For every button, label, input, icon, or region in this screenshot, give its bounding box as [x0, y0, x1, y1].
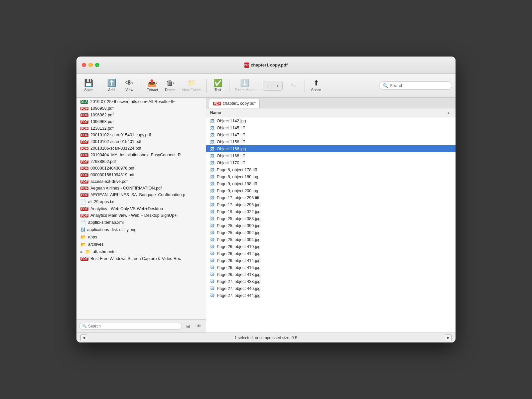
- left-file-item[interactable]: 📂apps: [76, 233, 206, 241]
- file-name: Best Free Windows Screen Capture & Video…: [90, 256, 181, 261]
- status-left-button[interactable]: ◀: [80, 334, 87, 341]
- direct-mode-button[interactable]: ⬇️ Direct Mode: [232, 76, 257, 95]
- left-file-item[interactable]: PDF1096958.pdf: [76, 105, 206, 112]
- left-file-item[interactable]: PDF0000001581094319.pdf: [76, 172, 206, 178]
- left-file-item[interactable]: 📂archives: [76, 241, 206, 248]
- file-name: alt-29-apps.txt: [88, 200, 114, 204]
- nav-forward-button[interactable]: ›: [273, 81, 282, 90]
- delete-button[interactable]: 🗑 ▾ Delete: [162, 76, 179, 95]
- file-name: apps: [88, 235, 97, 239]
- right-file-item[interactable]: 🖼Page 26, object 410.jpg: [206, 243, 456, 250]
- view-toggle-button[interactable]: ⊞: [184, 322, 193, 331]
- right-file-item[interactable]: 🖼Page 9, object 200.jpg: [206, 187, 456, 194]
- right-file-item[interactable]: 🖼Page 26, object 412.jpg: [206, 250, 456, 257]
- left-file-item[interactable]: PDF1096963.pdf: [76, 118, 206, 125]
- tab-chapter1[interactable]: PDF chapter1 copy.pdf: [209, 99, 260, 108]
- right-file-icon: 🖼: [210, 160, 214, 165]
- left-file-item[interactable]: 🖼applications-disk-utility.png: [76, 226, 206, 233]
- right-file-item[interactable]: 🖼Object 1142.jpg: [206, 117, 456, 124]
- test-button[interactable]: ✅ Test: [209, 76, 226, 95]
- nav-back-button[interactable]: ‹: [263, 81, 273, 90]
- right-file-item[interactable]: 🖼Page 8, object 180.jpg: [206, 173, 456, 180]
- right-file-item[interactable]: 🖼Page 17, object 295.jpg: [206, 201, 456, 208]
- right-file-icon: 🖼: [210, 244, 214, 249]
- left-file-item[interactable]: PDFAEGEAN_AIRLINES_SA_Baggage_Confirmati…: [76, 192, 206, 198]
- right-file-item[interactable]: 🖼Page 27, object 444.jpg: [206, 292, 456, 299]
- left-file-item[interactable]: PDFBest Free Windows Screen Capture & Vi…: [76, 255, 206, 262]
- left-search-icon: 🔍: [82, 324, 87, 328]
- save-button[interactable]: 💾 Save: [80, 76, 97, 95]
- left-file-item[interactable]: PDFAnalytics Main View - Web + Desktop S…: [76, 212, 206, 219]
- status-right-button[interactable]: ▶: [445, 334, 452, 341]
- right-file-name: Object 1168.tiff: [217, 154, 245, 158]
- left-file-item[interactable]: PDF1238132.pdf: [76, 125, 206, 132]
- right-file-icon: 🖼: [210, 195, 214, 200]
- maximize-button[interactable]: [95, 63, 99, 67]
- view-button[interactable]: 👁 ▾ View: [121, 76, 138, 95]
- right-file-item[interactable]: 🖼Page 26, object 418.jpg: [206, 271, 456, 278]
- right-file-item[interactable]: 🖼Page 8, object 178.tiff: [206, 166, 456, 173]
- left-file-item[interactable]: PDF20010106-scan-031224.pdf: [76, 145, 206, 152]
- right-file-icon: 🖼: [210, 181, 214, 186]
- pdf-icon: PDF: [80, 214, 88, 217]
- left-file-item[interactable]: 📄alt-29-apps.txt: [76, 198, 206, 205]
- right-file-icon: 🖼: [210, 188, 214, 193]
- file-name: 27938852.pdf: [90, 159, 116, 164]
- left-file-item[interactable]: PDF20010102-scan-015401 copy.pdf: [76, 132, 206, 138]
- scroll-up-button[interactable]: ▲: [446, 110, 452, 116]
- right-file-item[interactable]: 🖼Page 17, object 293.tiff: [206, 194, 456, 201]
- right-file-item[interactable]: 🖼Page 26, object 414.jpg: [206, 257, 456, 264]
- file-name: Analytics Main View - Web + Desktop Sign…: [90, 213, 179, 218]
- right-file-item[interactable]: 🖼Object 1145.tiff: [206, 124, 456, 131]
- right-file-item[interactable]: 🖼Object 1158.tiff: [206, 138, 456, 145]
- left-file-item[interactable]: PDF27938852.pdf: [76, 158, 206, 165]
- minimize-button[interactable]: [88, 63, 93, 67]
- right-file-name: Object 1145.tiff: [217, 126, 245, 130]
- share-button[interactable]: ⬆ Share: [308, 76, 325, 95]
- right-file-item[interactable]: 🖼Page 25, object 392.jpg: [206, 229, 456, 236]
- right-file-item[interactable]: 🖼Page 25, object 390.jpg: [206, 222, 456, 229]
- right-file-item[interactable]: 🖼Page 27, object 440.jpg: [206, 285, 456, 292]
- left-file-item[interactable]: PDF20190404_MA_Installationsbox_EasyConn…: [76, 152, 206, 158]
- xml-icon: 📄: [80, 220, 86, 225]
- tab-label: chapter1 copy.pdf: [223, 101, 255, 106]
- right-file-item[interactable]: 🖼Page 19, object 322.jpg: [206, 208, 456, 215]
- right-file-name: Object 1142.jpg: [217, 119, 246, 123]
- toolbar-group-save: 💾 Save: [80, 76, 97, 95]
- left-search-input[interactable]: [88, 324, 179, 329]
- right-file-icon: 🖼: [210, 202, 214, 207]
- right-file-item[interactable]: 🖼Object 1166.jpg: [206, 145, 456, 152]
- right-file-item[interactable]: 🖼Page 27, object 438.jpg: [206, 278, 456, 285]
- file-name: 1096958.pdf: [90, 106, 114, 111]
- left-file-item[interactable]: PDFaccess-ext-drive.pdf: [76, 178, 206, 185]
- left-file-item[interactable]: 📄appflix-sitemap.xml: [76, 219, 206, 226]
- left-file-item[interactable]: ▶📁attachments: [76, 248, 206, 255]
- left-file-item[interactable]: PDF1096962.pdf: [76, 112, 206, 118]
- right-file-item[interactable]: 🖼Page 25, object 394.jpg: [206, 236, 456, 243]
- right-file-item[interactable]: 🖼Page 25, object 388.jpg: [206, 215, 456, 222]
- left-file-item[interactable]: PDF0000001240430976.pdf: [76, 165, 206, 172]
- left-file-item[interactable]: PDFAnalytics - Web Only VS Web+Desktop: [76, 205, 206, 212]
- folder-icon: 📁: [85, 249, 91, 254]
- add-button[interactable]: ⬆️ Add: [103, 76, 120, 95]
- extract-button[interactable]: 📤 ▾ Extract: [144, 76, 161, 95]
- close-button[interactable]: [82, 63, 86, 67]
- right-file-icon: 🖼: [210, 223, 214, 228]
- right-file-item[interactable]: 🖼Page 26, object 416.jpg: [206, 264, 456, 271]
- right-file-item[interactable]: 🖼Page 9, object 198.tiff: [206, 180, 456, 187]
- preview-button[interactable]: 👁: [195, 322, 203, 331]
- go-button[interactable]: Go: [285, 76, 302, 95]
- right-file-icon: 🖼: [210, 216, 214, 221]
- right-file-item[interactable]: 🖼Object 1170.tiff: [206, 159, 456, 166]
- right-file-item[interactable]: 🖼Object 1147.tiff: [206, 131, 456, 138]
- direct-mode-icon: ⬇️: [240, 79, 249, 87]
- left-file-item[interactable]: XLS2019-07-25~thesweetbits.com~All-Resul…: [76, 98, 206, 105]
- right-file-name: Object 1147.tiff: [217, 133, 245, 137]
- left-file-item[interactable]: PDFAegean Airlines - CONFIRMATION.pdf: [76, 185, 206, 192]
- new-folder-button[interactable]: 📁 New Folder: [180, 76, 203, 95]
- left-file-item[interactable]: PDF20010102-scan-015401.pdf: [76, 138, 206, 145]
- search-wrapper: 🔍: [379, 81, 452, 90]
- search-input[interactable]: [390, 83, 449, 88]
- right-file-icon: 🖼: [210, 258, 214, 263]
- right-file-item[interactable]: 🖼Object 1168.tiff: [206, 152, 456, 159]
